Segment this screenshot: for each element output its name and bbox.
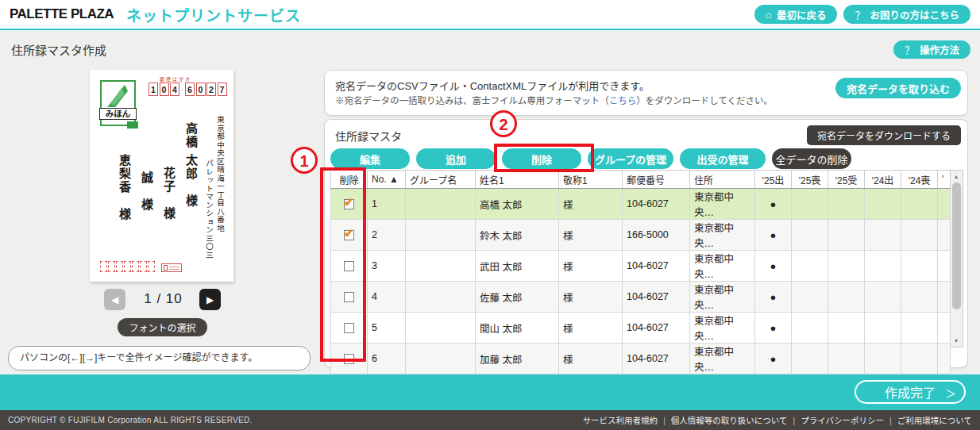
table-row[interactable]: 2鈴木 太郎様166-5000東京都中央…● (331, 220, 951, 251)
cell-zip: 104-6027 (623, 313, 690, 344)
column-header[interactable]: '24喪 (901, 171, 938, 189)
cell-zip: 104-6027 (623, 344, 690, 374)
cell-y24_out (865, 344, 901, 374)
recipient-name: 恵梨香 様 (116, 154, 133, 262)
app-window: PALETTE PLAZA ネットプリントサービス ⌂ 最初に戻る ？ お困りの… (0, 0, 980, 430)
footer-link[interactable]: 個人情報等の取り扱いについて (671, 414, 788, 426)
csv-info-line2: ※宛名データの一括取り込みは、富士フイルム専用フォーマット（こちら）をダウンロー… (335, 94, 773, 106)
address-line-1: 東京都中央区晴海一丁目八番地 (216, 116, 224, 232)
footer-link[interactable]: プライバシーポリシー (801, 414, 884, 426)
cell-extra (938, 344, 951, 374)
postal-code-digit: 0 (196, 83, 206, 96)
footer-link[interactable]: ご利用環境について (897, 414, 972, 426)
csv-info-line2-prefix: ※宛名データの一括取り込みは、富士フイルム専用フォーマット（ (335, 96, 609, 106)
cell-y25_mourning (792, 220, 828, 251)
column-header[interactable]: No. ▲ (368, 171, 406, 189)
format-download-link[interactable]: こちら (609, 96, 637, 106)
add-button[interactable]: 追加 (416, 148, 496, 169)
vertical-scrollbar[interactable]: ▲ ▼ (951, 170, 963, 347)
previous-page-button[interactable]: ◀ (104, 289, 125, 310)
header-buttons: ⌂ 最初に戻る ？ お困りの方はこちら (754, 5, 970, 24)
column-header[interactable]: '24出 (865, 171, 901, 189)
cell-no: 6 (368, 344, 406, 374)
cell-group (406, 344, 476, 374)
next-page-button[interactable]: ▶ (199, 289, 221, 310)
cell-no: 2 (368, 220, 406, 251)
back-to-start-label: 最初に戻る (777, 7, 827, 22)
cell-address: 東京都中央… (690, 282, 755, 313)
recipient-name: 高橋 太郎 様 (183, 122, 199, 262)
service-name: ネットプリントサービス (126, 4, 301, 25)
cell-y24_out (865, 220, 901, 251)
complete-creation-button[interactable]: 作成完了 ＞ (855, 380, 966, 404)
cell-y25_out: ● (755, 344, 792, 374)
scroll-down-icon[interactable]: ▼ (951, 336, 962, 346)
table-row[interactable]: 1高橋 太郎様104-6027東京都中央…● (331, 189, 951, 220)
cell-y25_mourning (792, 251, 828, 282)
question-icon: ？ (905, 42, 915, 57)
cell-extra (938, 189, 951, 220)
column-header[interactable]: ' (938, 171, 951, 189)
download-address-data-button[interactable]: 宛名データをダウンロードする (807, 125, 961, 145)
cell-y25_received (828, 313, 865, 344)
annotation-step-2: 2 (490, 110, 517, 137)
cell-no: 5 (368, 313, 406, 344)
back-to-start-button[interactable]: ⌂ 最初に戻る (754, 5, 837, 24)
help-button[interactable]: ？ お困りの方はこちら (843, 5, 970, 24)
header: PALETTE PLAZA ネットプリントサービス ⌂ 最初に戻る ？ お困りの… (0, 0, 980, 30)
column-header[interactable]: 郵便番号 (623, 171, 690, 189)
column-header[interactable]: 住所 (690, 171, 755, 189)
postcard-recipient-names: 高橋 太郎 様花子 様誠 様恵梨香 様 (117, 119, 199, 262)
column-header[interactable]: 敬称1 (559, 171, 623, 189)
column-header[interactable]: '25出 (755, 171, 792, 189)
postal-code-digit: 4 (170, 83, 179, 96)
edit-button[interactable]: 編集 (330, 148, 410, 169)
cell-group (406, 251, 476, 282)
delete-all-data-button[interactable]: 全データの削除 (772, 148, 851, 169)
table-row[interactable]: 5間山 太郎様104-6027東京都中央…● (331, 313, 951, 344)
table-row[interactable]: 6加藤 太郎様104-6027東京都中央…● (331, 344, 951, 374)
cell-y24_mourning (901, 189, 938, 220)
cell-honorific: 様 (559, 220, 623, 251)
cell-y25_mourning (792, 282, 828, 313)
annotation-step-1: 1 (291, 147, 318, 174)
cell-y25_mourning (792, 344, 828, 374)
recipient-name: 誠 様 (138, 171, 155, 262)
footer-link-separator: | (793, 416, 796, 425)
group-management-button[interactable]: グループの管理 (588, 148, 673, 169)
footer-link[interactable]: サービス利用者規約 (583, 414, 658, 426)
column-header[interactable]: '25受 (828, 171, 865, 189)
cell-y25_received (828, 189, 865, 220)
address-line-2: パレットマンション三〇三 (205, 116, 213, 259)
sender-code-cells (100, 261, 155, 272)
postal-code-digit: 1 (149, 83, 158, 96)
font-select-button[interactable]: フォントの選択 (118, 318, 207, 336)
column-header[interactable]: 姓名1 (476, 171, 559, 189)
postal-code-digit: 7 (218, 83, 227, 96)
scroll-up-icon[interactable]: ▲ (951, 171, 962, 182)
import-address-data-button[interactable]: 宛名データを取り込む (835, 78, 961, 98)
cell-extra (938, 220, 951, 251)
column-header[interactable]: '25喪 (792, 171, 828, 189)
send-receive-management-button[interactable]: 出受の管理 (680, 148, 766, 169)
table-row[interactable]: 4佐藤 太郎様104-6027東京都中央…● (331, 282, 951, 313)
cell-honorific: 様 (559, 251, 623, 282)
cell-y25_out: ● (755, 189, 792, 220)
cell-y24_mourning (901, 313, 938, 344)
how-to-label: 操作方法 (920, 42, 959, 57)
vertical-scroll-thumb[interactable] (952, 182, 961, 309)
cell-honorific: 様 (559, 282, 623, 313)
postal-code-digit: 0 (160, 83, 169, 96)
section-title: 住所録マスタ (335, 128, 402, 144)
cell-y24_out (865, 251, 901, 282)
cell-zip: 104-6027 (623, 282, 690, 313)
cell-y24_out (865, 282, 901, 313)
cell-group (406, 220, 476, 251)
next-arrow-icon: ▶ (206, 294, 214, 305)
table-row[interactable]: 3武田 太郎様104-6027東京都中央…● (331, 251, 951, 282)
column-header[interactable]: グループ名 (406, 171, 476, 189)
address-master-panel: 住所録マスタ 宛名データをダウンロードする 編集 追加 削除 グループの管理 出… (324, 119, 968, 368)
cell-group (406, 282, 476, 313)
how-to-button[interactable]: ？ 操作方法 (893, 40, 970, 59)
sample-stamp-label: みほん (99, 108, 137, 120)
